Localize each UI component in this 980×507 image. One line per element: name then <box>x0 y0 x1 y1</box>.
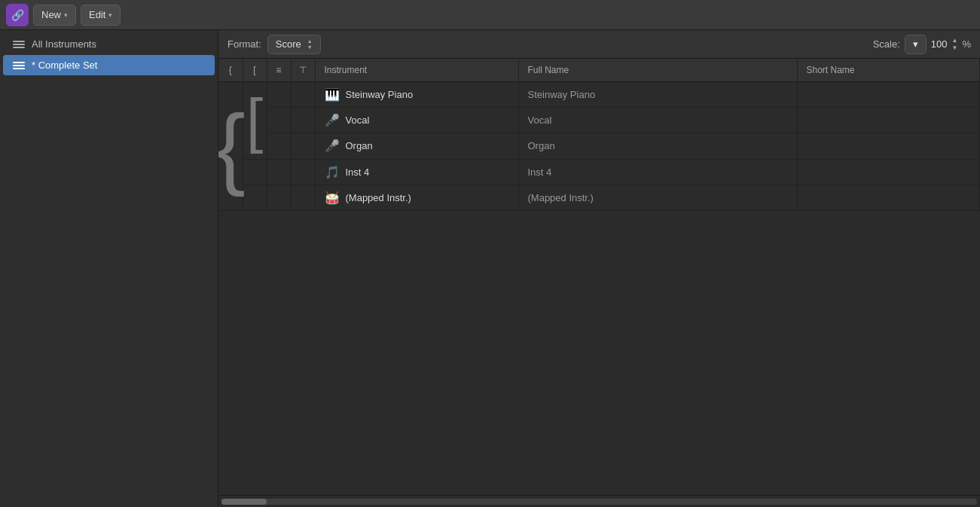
sidebar-item-all-instruments[interactable]: All Instruments <box>3 34 215 54</box>
percent-label: % <box>962 38 971 50</box>
app-logo: 🔗 <box>6 4 29 26</box>
bracket-cell: [ <box>243 81 267 159</box>
format-select[interactable]: Score ▲ ▼ <box>267 35 321 54</box>
fullname-cell: (Mapped Instr.) <box>518 185 797 210</box>
instrument-name: Vocal <box>346 115 370 126</box>
edit-chevron-icon: ▾ <box>108 11 112 19</box>
scale-control: Scale: ▾ 100 ▲ ▼ % <box>873 35 971 54</box>
col-header-indent2: ⊤ <box>291 59 315 81</box>
svg-rect-3 <box>13 62 25 63</box>
instrument-name: Inst 4 <box>346 166 370 178</box>
toolbar: 🔗 New ▾ Edit ▾ <box>0 0 980 30</box>
table-header-row: { [ ≡ ⊤ Instrument Full Name Short Name <box>218 59 980 81</box>
instrument-cell: 🥁 (Mapped Instr.) <box>315 185 518 210</box>
scrollbar-track[interactable] <box>221 499 977 505</box>
scrollbar-thumb[interactable] <box>221 499 267 505</box>
table-row[interactable]: 🎤 Organ Organ <box>218 133 980 159</box>
shortname-cell <box>797 107 980 133</box>
svg-rect-2 <box>13 47 25 48</box>
indent1-cell <box>267 81 291 107</box>
complete-set-icon <box>12 60 26 71</box>
indent1-cell <box>267 159 291 185</box>
fullname-cell: Vocal <box>518 107 797 133</box>
shortname-cell <box>797 159 980 185</box>
shortname-cell <box>797 185 980 210</box>
shortname-cell <box>797 81 980 107</box>
fullname-cell: Steinway Piano <box>518 81 797 107</box>
instrument-cell: 🎤 Organ <box>315 133 518 159</box>
scale-label: Scale: <box>873 38 900 50</box>
indent2-cell <box>291 185 315 210</box>
instrument-cell: 🎤 Vocal <box>315 107 518 133</box>
sidebar-item-complete-set[interactable]: * Complete Set <box>3 55 215 75</box>
format-bar: Format: Score ▲ ▼ Scale: ▾ 100 ▲ ▼ % <box>218 30 980 59</box>
bracket-cell <box>243 185 267 210</box>
svg-rect-4 <box>13 65 25 66</box>
table-row[interactable]: {[ 🎹 Steinway Piano Steinway Piano <box>218 81 980 107</box>
sidebar-label-all-instruments: All Instruments <box>32 38 96 50</box>
new-chevron-icon: ▾ <box>64 11 68 19</box>
col-header-instrument: Instrument <box>315 59 518 81</box>
scale-up-icon[interactable]: ▲ <box>952 38 958 44</box>
new-button[interactable]: New ▾ <box>33 5 76 26</box>
indent1-cell <box>267 133 291 159</box>
instrument-cell: 🎵 Inst 4 <box>315 159 518 185</box>
instruments-table: { [ ≡ ⊤ Instrument Full Name Short Name <box>218 59 980 211</box>
scale-down-icon[interactable]: ▼ <box>952 45 958 51</box>
indent2-cell <box>291 107 315 133</box>
horizontal-scrollbar[interactable] <box>218 495 980 507</box>
svg-rect-5 <box>13 68 25 69</box>
table-row[interactable]: 🎤 Vocal Vocal <box>218 107 980 133</box>
instrument-icon: 🎹 <box>325 87 340 102</box>
instrument-icon: 🎤 <box>325 112 340 127</box>
all-instruments-icon <box>12 39 26 50</box>
instrument-cell: 🎹 Steinway Piano <box>315 81 518 107</box>
indent2-cell <box>291 133 315 159</box>
indent2-cell <box>291 81 315 107</box>
scale-dropdown[interactable]: ▾ <box>905 35 927 54</box>
sidebar-label-complete-set: * Complete Set <box>32 60 97 71</box>
svg-rect-0 <box>13 41 25 42</box>
indent2-icon: ⊤ <box>299 65 307 75</box>
chevron-up-icon: ▲ <box>307 38 313 44</box>
instrument-name: (Mapped Instr.) <box>346 192 411 203</box>
col-header-shortname: Short Name <box>797 59 980 81</box>
instrument-name: Steinway Piano <box>346 89 414 100</box>
main-layout: All Instruments * Complete Set Format: S… <box>0 30 980 507</box>
scale-arrows: ▲ ▼ <box>952 38 958 51</box>
table-row[interactable]: 🎵 Inst 4 Inst 4 <box>218 159 980 185</box>
col-header-brace: { <box>218 59 243 81</box>
format-value: Score <box>276 38 301 50</box>
instrument-icon: 🎵 <box>325 164 340 179</box>
shortname-cell <box>797 133 980 159</box>
svg-rect-1 <box>13 44 25 45</box>
chevron-down-icon: ▼ <box>307 44 313 50</box>
indent1-cell <box>267 107 291 133</box>
edit-button[interactable]: Edit ▾ <box>81 5 121 26</box>
table-container[interactable]: { [ ≡ ⊤ Instrument Full Name Short Name <box>218 59 980 495</box>
instrument-name: Organ <box>346 140 373 151</box>
instrument-icon: 🥁 <box>325 190 340 205</box>
sidebar: All Instruments * Complete Set <box>0 30 218 507</box>
col-header-fullname: Full Name <box>518 59 797 81</box>
brace-cell: { <box>218 81 243 210</box>
indent1-icon: ≡ <box>276 65 281 75</box>
table-row[interactable]: 🥁 (Mapped Instr.) (Mapped Instr.) <box>218 185 980 210</box>
content-area: Format: Score ▲ ▼ Scale: ▾ 100 ▲ ▼ % <box>218 30 980 507</box>
bracket-cell <box>243 159 267 185</box>
fullname-cell: Organ <box>518 133 797 159</box>
instrument-icon: 🎤 <box>325 139 340 154</box>
fullname-cell: Inst 4 <box>518 159 797 185</box>
format-chevrons: ▲ ▼ <box>307 38 313 50</box>
scale-value: 100 <box>931 38 948 50</box>
scale-dropdown-chevron: ▾ <box>913 38 918 50</box>
indent1-cell <box>267 185 291 210</box>
indent2-cell <box>291 159 315 185</box>
col-header-indent1: ≡ <box>267 59 291 81</box>
format-label: Format: <box>227 38 261 50</box>
col-header-bracket: [ <box>243 59 267 81</box>
